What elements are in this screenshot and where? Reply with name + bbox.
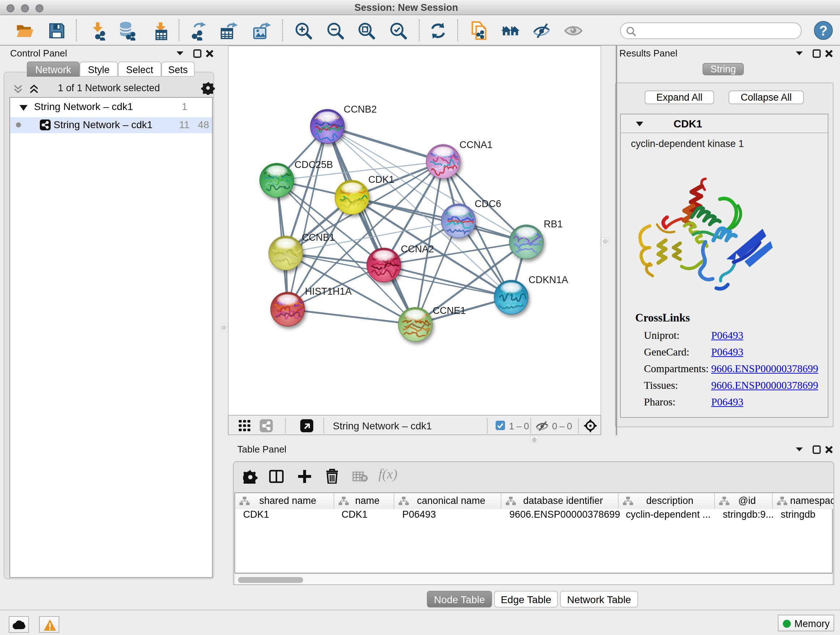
svg-text:CDK1: CDK1 [368,174,394,185]
svg-text:HIST1H1A: HIST1H1A [305,286,351,297]
svg-text:CDC25B: CDC25B [294,159,333,170]
svg-text:CCNB2: CCNB2 [343,104,377,115]
svg-text:CDKN1A: CDKN1A [528,274,568,285]
svg-text:CCNA1: CCNA1 [459,139,493,150]
svg-text:RB1: RB1 [543,219,562,230]
svg-text:CCNE1: CCNE1 [432,305,466,316]
svg-text:CCNA2: CCNA2 [401,244,434,255]
svg-text:CDC6: CDC6 [474,198,501,209]
svg-text:CCNB1: CCNB1 [302,232,335,243]
